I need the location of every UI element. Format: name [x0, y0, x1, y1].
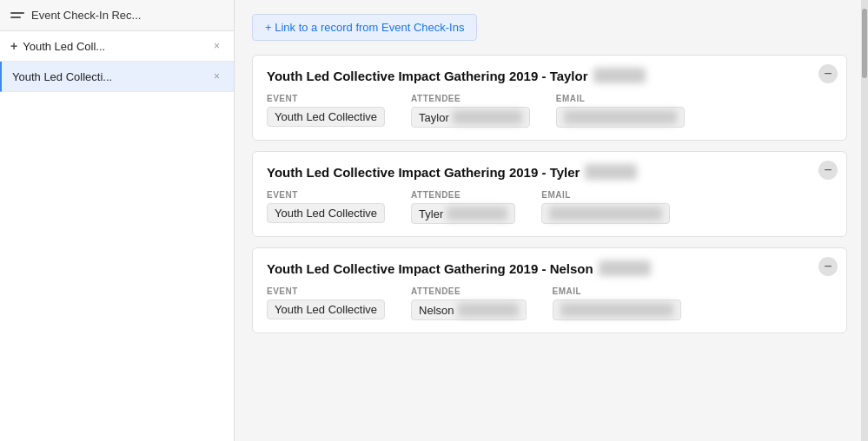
blurred-data: [593, 68, 646, 83]
blurred-attendee-data: [453, 110, 522, 124]
blurred-data: [585, 164, 637, 180]
record-card: − Youth Led Collective Impact Gathering …: [252, 247, 847, 333]
attendee-value: Taylor: [411, 107, 530, 128]
blurred-email-data: [549, 207, 662, 220]
blurred-attendee-data: [447, 207, 507, 220]
event-label: EVENT: [267, 190, 385, 200]
attendee-field: ATTENDEE Taylor: [411, 94, 530, 128]
attendee-field: ATTENDEE Tyler: [411, 190, 515, 224]
event-field: EVENT Youth Led Collective: [267, 94, 385, 127]
main-content: + Link to a record from Event Check-Ins …: [235, 0, 861, 441]
blurred-attendee-data: [458, 303, 519, 317]
event-value: Youth Led Collective: [267, 203, 385, 223]
record-card-fields: EVENT Youth Led Collective ATTENDEE Tayl…: [267, 94, 832, 128]
sidebar-item-2[interactable]: Youth Led Collecti... ×: [0, 62, 234, 92]
email-field: EMAIL: [556, 94, 685, 128]
email-value: [556, 107, 685, 128]
record-card: − Youth Led Collective Impact Gathering …: [252, 151, 847, 237]
scrollbar-track[interactable]: [861, 0, 868, 441]
scrollbar-thumb[interactable]: [862, 9, 867, 78]
email-value: [541, 203, 670, 224]
record-card-title: Youth Led Collective Impact Gathering 20…: [267, 164, 832, 180]
event-label: EVENT: [267, 94, 385, 103]
sidebar: Event Check-In Rec... + Youth Led Coll..…: [0, 0, 235, 441]
remove-record-button[interactable]: −: [818, 161, 838, 180]
email-field: EMAIL: [541, 190, 670, 224]
record-card-fields: EVENT Youth Led Collective ATTENDEE Tyle…: [267, 190, 832, 224]
sidebar-item-1[interactable]: + Youth Led Coll... ×: [0, 31, 234, 62]
link-record-button[interactable]: + Link to a record from Event Check-Ins: [252, 14, 477, 41]
close-icon[interactable]: ×: [210, 38, 223, 54]
add-record-icon[interactable]: +: [10, 39, 17, 53]
record-card-title: Youth Led Collective Impact Gathering 20…: [267, 260, 832, 276]
record-card-fields: EVENT Youth Led Collective ATTENDEE Nels…: [267, 286, 832, 320]
email-label: EMAIL: [541, 190, 670, 200]
link-record-button-label: + Link to a record from Event Check-Ins: [265, 21, 464, 34]
attendee-label: ATTENDEE: [411, 94, 530, 103]
list-icon[interactable]: [10, 12, 24, 18]
record-card-title: Youth Led Collective Impact Gathering 20…: [267, 68, 832, 83]
attendee-label: ATTENDEE: [411, 190, 515, 200]
event-field: EVENT Youth Led Collective: [267, 190, 385, 223]
record-card: − Youth Led Collective Impact Gathering …: [252, 55, 847, 141]
attendee-field: ATTENDEE Nelson: [411, 286, 526, 320]
remove-record-button[interactable]: −: [818, 64, 838, 83]
sidebar-header-title: Event Check-In Rec...: [31, 9, 223, 22]
event-label: EVENT: [267, 286, 385, 296]
email-label: EMAIL: [556, 94, 685, 103]
email-value: [553, 299, 681, 320]
blurred-email-data: [560, 303, 673, 317]
sidebar-item-label: Youth Led Collecti...: [12, 70, 205, 83]
attendee-label: ATTENDEE: [411, 286, 526, 296]
sidebar-header: Event Check-In Rec...: [0, 0, 234, 31]
event-value: Youth Led Collective: [267, 299, 385, 319]
attendee-value: Tyler: [411, 203, 515, 224]
attendee-value: Nelson: [411, 299, 526, 320]
close-icon[interactable]: ×: [210, 69, 223, 84]
sidebar-item-label: Youth Led Coll...: [23, 40, 205, 53]
blurred-data: [599, 260, 651, 276]
remove-record-button[interactable]: −: [818, 257, 838, 276]
blurred-email-data: [564, 110, 677, 124]
event-field: EVENT Youth Led Collective: [267, 286, 385, 319]
email-label: EMAIL: [553, 286, 681, 296]
email-field: EMAIL: [553, 286, 681, 320]
event-value: Youth Led Collective: [267, 107, 385, 127]
